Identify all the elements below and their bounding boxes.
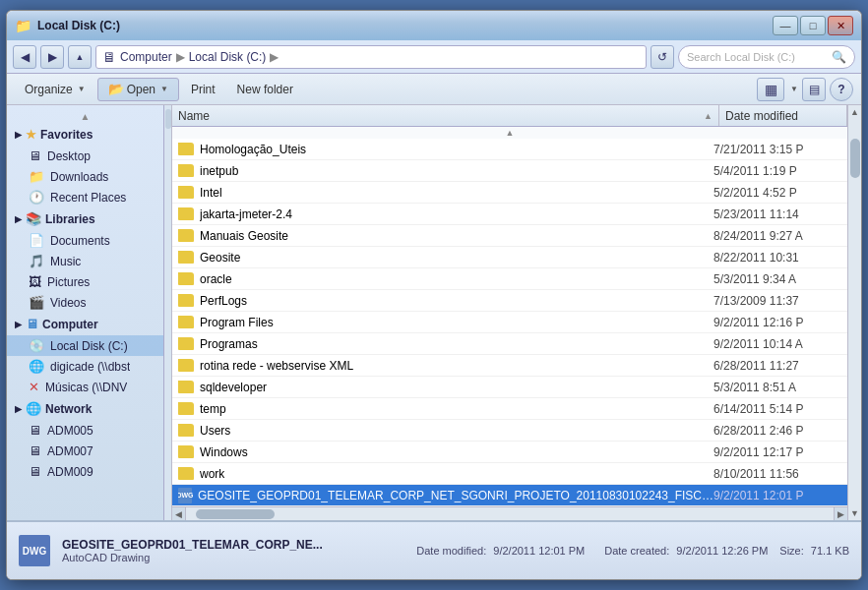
file-date: 9/2/2011 12:17 P: [713, 445, 841, 459]
breadcrumb-disk[interactable]: Local Disk (C:): [189, 50, 267, 64]
file-date: 8/22/2011 10:31: [713, 251, 841, 265]
date-created-value: 9/2/2011 12:26 PM: [676, 545, 768, 557]
list-scroll-up[interactable]: ▲: [172, 127, 847, 139]
sidebar-item-local-disk[interactable]: 💿 Local Disk (C:): [7, 335, 163, 356]
vscroll-up[interactable]: ▲: [848, 105, 862, 119]
downloads-folder-icon: 📁: [29, 169, 44, 184]
favorites-header[interactable]: ▶ ★ Favorites: [7, 124, 163, 146]
file-row[interactable]: Users 6/28/2011 2:46 P: [172, 420, 847, 442]
file-row-selected[interactable]: DWGGEOSITE_GEOPRD01_TELEMAR_CORP_NET_SGO…: [172, 485, 847, 506]
name-sort-icon: ▲: [704, 111, 713, 121]
back-button[interactable]: ◀: [13, 45, 36, 69]
network-header[interactable]: ▶ 🌐 Network: [7, 397, 163, 420]
main-content: ▲ ▶ ★ Favorites 🖥 Desktop 📁 Downloads 🕐 …: [7, 105, 861, 520]
search-bar[interactable]: Search Local Disk (C:) 🔍: [678, 45, 855, 69]
file-name: sqldeveloper: [200, 381, 267, 394]
views-button[interactable]: ▦: [757, 78, 784, 101]
file-name: GEOSITE_GEOPRD01_TELEMAR_CORP_NET_SGONRI…: [198, 489, 713, 502]
breadcrumb-sep2: ▶: [270, 50, 279, 64]
forward-button[interactable]: ▶: [40, 45, 64, 69]
file-row[interactable]: Windows 9/2/2011 12:17 P: [172, 442, 847, 463]
scroll-up-indicator[interactable]: ▲: [7, 109, 163, 124]
toolbar: Organize ▼ 📂 Open ▼ Print New folder ▦ ▼…: [7, 74, 861, 105]
vscroll-thumb[interactable]: [850, 139, 860, 178]
file-list-scrollbar[interactable]: ▲ ▼: [847, 105, 861, 520]
sidebar-item-desktop[interactable]: 🖥 Desktop: [7, 146, 163, 166]
sidebar-item-pictures[interactable]: 🖼 Pictures: [7, 271, 163, 292]
adm007-icon: 🖥: [29, 443, 41, 458]
window-title: Local Disk (C:): [37, 19, 120, 32]
new-folder-button[interactable]: New folder: [227, 78, 303, 101]
status-meta: Date modified: 9/2/2011 12:01 PM Date cr…: [416, 545, 768, 557]
file-row[interactable]: Geosite 8/22/2011 10:31: [172, 247, 847, 268]
file-row[interactable]: PerfLogs 7/13/2009 11:37: [172, 290, 847, 312]
libraries-expand-icon: ▶: [15, 214, 22, 224]
file-row[interactable]: Programas 9/2/2011 10:14 A: [172, 333, 847, 355]
sidebar-item-documents-label: Documents: [50, 234, 110, 248]
sidebar-item-downloads[interactable]: 📁 Downloads: [7, 166, 163, 187]
file-row[interactable]: inetpub 5/4/2011 1:19 P: [172, 160, 847, 182]
sidebar-item-adm007-label: ADM007: [47, 444, 93, 458]
hscroll-right[interactable]: ▶: [834, 507, 847, 521]
libraries-label: Libraries: [45, 212, 95, 226]
date-created-label: Date created:: [604, 545, 669, 557]
sidebar-item-musicas[interactable]: ✕ Músicas (\\DNV: [7, 377, 163, 397]
videos-icon: 🎬: [29, 295, 44, 310]
hscroll-left[interactable]: ◀: [172, 507, 186, 521]
vscroll-down[interactable]: ▼: [848, 506, 862, 520]
sidebar-item-digicade[interactable]: 🌐 digicade (\\dbst: [7, 356, 163, 377]
file-row[interactable]: Program Files 9/2/2011 12:16 P: [172, 312, 847, 333]
sidebar-item-documents[interactable]: 📄 Documents: [7, 230, 163, 251]
star-icon: ★: [26, 128, 36, 142]
sidebar-item-recent[interactable]: 🕐 Recent Places: [7, 187, 163, 207]
sidebar-item-videos[interactable]: 🎬 Videos: [7, 292, 163, 313]
file-row[interactable]: work 8/10/2011 11:56: [172, 463, 847, 485]
file-row[interactable]: oracle 5/3/2011 9:34 A: [172, 268, 847, 290]
explorer-window: 📁 Local Disk (C:) — □ ✕ ◀ ▶ ▲ 🖥 Computer…: [6, 10, 862, 580]
name-column-header[interactable]: Name ▲: [172, 105, 719, 126]
dwg-file-icon: DWG: [178, 488, 192, 503]
file-row[interactable]: Intel 5/2/2011 4:52 P: [172, 182, 847, 204]
file-name: Program Files: [200, 316, 274, 329]
folder-icon: [178, 164, 194, 177]
folder-icon: [178, 186, 194, 199]
file-row[interactable]: Manuais Geosite 8/24/2011 9:27 A: [172, 225, 847, 247]
sidebar-item-adm005[interactable]: 🖥 ADM005: [7, 420, 163, 441]
file-row[interactable]: Homologação_Uteis 7/21/2011 3:15 P: [172, 139, 847, 160]
preview-button[interactable]: ▤: [802, 78, 826, 101]
file-row[interactable]: rotina rede - webservise XML 6/28/2011 1…: [172, 355, 847, 377]
up-button[interactable]: ▲: [68, 45, 92, 69]
computer-header[interactable]: ▶ 🖥 Computer: [7, 313, 163, 335]
hscroll-thumb[interactable]: [196, 509, 275, 519]
sidebar-item-adm007[interactable]: 🖥 ADM007: [7, 441, 163, 461]
sidebar-scrollbar[interactable]: [164, 105, 172, 520]
file-row[interactable]: sqldeveloper 5/3/2011 8:51 A: [172, 377, 847, 398]
breadcrumb-computer[interactable]: Computer: [120, 50, 172, 64]
desktop-icon: 🖥: [29, 148, 41, 163]
sidebar-item-adm009[interactable]: 🖥 ADM009: [7, 461, 163, 482]
horizontal-scrollbar[interactable]: ◀ ▶: [172, 506, 847, 520]
new-folder-label: New folder: [237, 83, 293, 96]
close-button[interactable]: ✕: [828, 16, 853, 35]
maximize-button[interactable]: □: [800, 16, 826, 35]
organize-label: Organize: [25, 83, 73, 96]
open-button[interactable]: 📂 Open ▼: [97, 78, 179, 101]
file-row[interactable]: jakarta-jmeter-2.4 5/23/2011 11:14: [172, 204, 847, 225]
recent-icon: 🕐: [29, 190, 44, 205]
date-column-header[interactable]: Date modified: [719, 105, 847, 126]
print-button[interactable]: Print: [181, 78, 225, 101]
sidebar-item-music[interactable]: 🎵 Music: [7, 251, 163, 271]
file-name: inetpub: [200, 164, 238, 178]
file-date: 9/2/2011 10:14 A: [713, 337, 841, 351]
status-filename: GEOSITE_GEOPRD01_TELEMAR_CORP_NE...: [62, 538, 357, 552]
libraries-header[interactable]: ▶ 📚 Libraries: [7, 207, 163, 230]
folder-icon: [178, 381, 194, 393]
help-button[interactable]: ?: [830, 78, 853, 101]
refresh-button[interactable]: ↺: [651, 45, 674, 69]
breadcrumb[interactable]: 🖥 Computer ▶ Local Disk (C:) ▶: [95, 45, 647, 69]
minimize-button[interactable]: —: [773, 16, 798, 35]
folder-icon: [178, 251, 194, 264]
organize-button[interactable]: Organize ▼: [15, 78, 95, 101]
file-row[interactable]: temp 6/14/2011 5:14 P: [172, 398, 847, 420]
folder-icon: [178, 467, 194, 480]
